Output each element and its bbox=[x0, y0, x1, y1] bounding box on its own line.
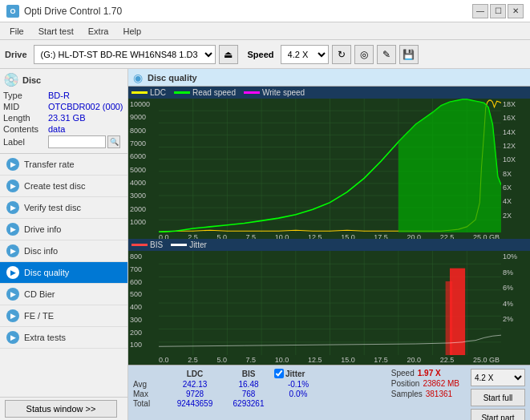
position-label: Position bbox=[391, 379, 420, 388]
y-label-1000: 1000 bbox=[130, 218, 157, 226]
lower-y-400: 400 bbox=[130, 303, 157, 311]
write-button[interactable]: ✎ bbox=[377, 45, 396, 64]
disc-contents-value: data bbox=[48, 124, 124, 134]
lower-y-right-2: 2% bbox=[503, 315, 528, 323]
bis-max: 768 bbox=[225, 390, 273, 398]
speed-label: Speed bbox=[391, 369, 415, 378]
disc-label-input[interactable] bbox=[48, 135, 106, 148]
lower-x-15: 15.0 bbox=[341, 356, 355, 364]
speed-select-stats[interactable]: 4.2 X bbox=[471, 369, 525, 386]
drive-info-icon: ▶ bbox=[6, 223, 19, 236]
jitter-checkbox[interactable] bbox=[274, 369, 284, 378]
minimize-button[interactable]: — bbox=[472, 4, 488, 18]
samples-value: 381361 bbox=[426, 390, 452, 398]
jitter-legend: Jitter bbox=[171, 240, 207, 249]
bis-legend-color bbox=[131, 244, 148, 246]
lower-chart-svg bbox=[159, 251, 501, 355]
stats-avg-row: Avg 242.13 16.48 -0.1% bbox=[133, 380, 378, 389]
sidebar-item-fe-te[interactable]: ▶ FE / TE bbox=[0, 305, 127, 327]
title-bar-left: O Opti Drive Control 1.70 bbox=[6, 5, 122, 18]
menu-extra[interactable]: Extra bbox=[82, 25, 115, 38]
disc-label-button[interactable]: 🔍 bbox=[107, 135, 120, 148]
stats-header-row: LDC BIS Jitter bbox=[133, 369, 378, 378]
disc-info-icon: ▶ bbox=[6, 244, 19, 257]
disc-mid-row: MID OTCBDR002 (000) bbox=[3, 102, 124, 111]
y-right-12x: 12X bbox=[503, 142, 528, 150]
y-label-9000: 9000 bbox=[130, 113, 157, 121]
sidebar-item-label: Extra tests bbox=[24, 333, 66, 342]
disc-label-row: Label 🔍 bbox=[3, 135, 124, 148]
maximize-button[interactable]: ☐ bbox=[490, 4, 506, 18]
save-button[interactable]: 💾 bbox=[399, 45, 419, 64]
avg-label: Avg bbox=[133, 380, 165, 389]
sidebar-item-label: Transfer rate bbox=[24, 160, 75, 169]
sidebar-item-label: Drive info bbox=[24, 224, 61, 234]
sidebar-item-extra-tests[interactable]: ▶ Extra tests bbox=[0, 327, 127, 349]
stats-bis-header: BIS bbox=[225, 370, 273, 378]
lower-x-22.5: 22.5 bbox=[440, 356, 455, 364]
disc-label-label: Label bbox=[3, 137, 48, 147]
sidebar-item-verify-test-disc[interactable]: ▶ Verify test disc bbox=[0, 197, 127, 219]
refresh-button[interactable]: ↻ bbox=[332, 45, 351, 64]
y-right-8x: 8X bbox=[503, 170, 528, 178]
extra-tests-icon: ▶ bbox=[6, 331, 19, 344]
ldc-legend: LDC bbox=[131, 88, 166, 97]
y-right-10x: 10X bbox=[503, 155, 528, 164]
lower-x-12.5: 12.5 bbox=[308, 356, 322, 364]
upper-y-axis-right: 18X 16X 14X 12X 10X 8X 6X 4X 2X bbox=[501, 99, 530, 232]
stats-max-row: Max 9728 768 0.0% bbox=[133, 390, 378, 398]
sidebar-menu: ▶ Transfer rate ▶ Create test disc ▶ Ver… bbox=[0, 154, 127, 397]
lower-x-5: 5.0 bbox=[216, 356, 227, 364]
disc-title: Disc bbox=[22, 75, 41, 85]
start-part-button[interactable]: Start part bbox=[471, 409, 525, 420]
transfer-rate-icon: ▶ bbox=[6, 158, 19, 171]
drive-label: Drive bbox=[5, 50, 27, 59]
menu-starttest[interactable]: Start test bbox=[32, 25, 80, 38]
eject-button[interactable]: ⏏ bbox=[219, 45, 238, 64]
y-right-18x: 18X bbox=[503, 100, 528, 108]
drive-select[interactable]: (G:) HL-DT-ST BD-RE WH16NS48 1.D3 bbox=[34, 45, 216, 64]
title-bar: O Opti Drive Control 1.70 — ☐ ✕ bbox=[0, 0, 530, 22]
lower-y-800: 800 bbox=[130, 252, 157, 260]
upper-chart-body: 10000 9000 8000 7000 6000 5000 4000 3000… bbox=[128, 99, 530, 232]
lower-y-700: 700 bbox=[130, 265, 157, 273]
sidebar-item-cd-bier[interactable]: ▶ CD Bier bbox=[0, 284, 127, 305]
speed-select[interactable]: 4.2 X bbox=[281, 45, 329, 64]
lower-x-25: 25.0 GB bbox=[473, 356, 500, 364]
position-row: Position 23862 MB bbox=[391, 379, 459, 388]
upper-chart-legend: LDC Read speed Write speed bbox=[128, 87, 530, 99]
write-speed-legend-text: Write speed bbox=[262, 88, 305, 97]
sidebar-item-disc-quality[interactable]: ▶ Disc quality bbox=[0, 262, 127, 284]
status-window-button[interactable]: Status window >> bbox=[5, 400, 117, 418]
y-label-5000: 5000 bbox=[130, 166, 157, 174]
start-full-button[interactable]: Start full bbox=[471, 389, 525, 406]
position-value: 23862 MB bbox=[423, 379, 459, 388]
y-label-6000: 6000 bbox=[130, 152, 157, 160]
y-label-10000: 10000 bbox=[130, 100, 157, 108]
sidebar-item-label: Create test disc bbox=[24, 181, 85, 191]
menu-help[interactable]: Help bbox=[116, 25, 148, 38]
sidebar-item-transfer-rate[interactable]: ▶ Transfer rate bbox=[0, 154, 127, 176]
jitter-label: Jitter bbox=[285, 370, 305, 378]
lower-chart-body: 800 700 600 500 400 300 200 100 bbox=[128, 251, 530, 355]
speed-value: 1.97 X bbox=[418, 369, 441, 378]
sidebar: 💿 Disc Type BD-R MID OTCBDR002 (000) Len… bbox=[0, 69, 128, 420]
total-label: Total bbox=[133, 399, 165, 408]
samples-row: Samples 381361 bbox=[391, 390, 459, 398]
lower-y-600: 600 bbox=[130, 278, 157, 286]
close-button[interactable]: ✕ bbox=[508, 4, 524, 18]
sidebar-item-create-test-disc[interactable]: ▶ Create test disc bbox=[0, 176, 127, 197]
menu-bar: File Start test Extra Help bbox=[0, 22, 530, 40]
disc-icon: 💿 bbox=[3, 72, 19, 87]
sidebar-item-drive-info[interactable]: ▶ Drive info bbox=[0, 219, 127, 240]
disc-contents-row: Contents data bbox=[3, 124, 124, 134]
disc-contents-label: Contents bbox=[3, 124, 48, 134]
status-bar-left: Status window >> bbox=[0, 397, 127, 420]
sidebar-item-disc-info[interactable]: ▶ Disc info bbox=[0, 240, 127, 262]
scan-button[interactable]: ◎ bbox=[354, 45, 374, 64]
menu-file[interactable]: File bbox=[3, 25, 30, 38]
y-right-14x: 14X bbox=[503, 128, 528, 136]
main-content: 💿 Disc Type BD-R MID OTCBDR002 (000) Len… bbox=[0, 69, 530, 420]
bis-legend-text: BIS bbox=[150, 240, 163, 249]
y-right-6x: 6X bbox=[503, 184, 528, 192]
